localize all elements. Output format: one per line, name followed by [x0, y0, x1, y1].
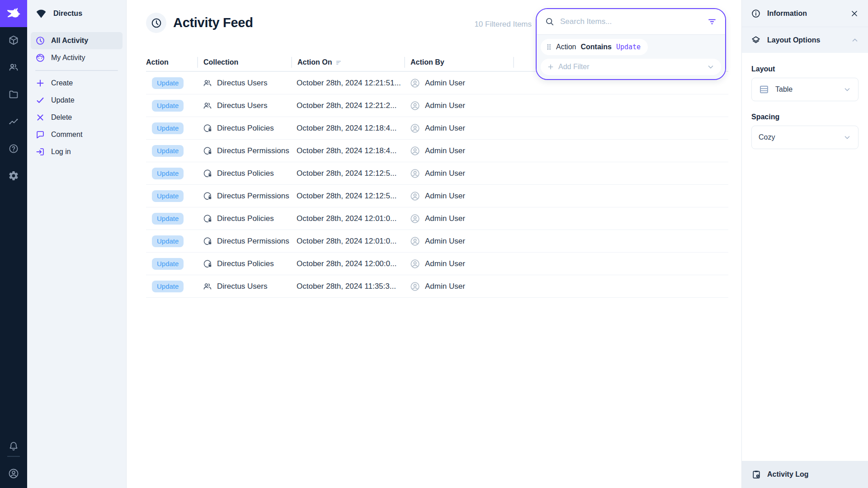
module-bar: [0, 0, 27, 488]
action-badge: Update: [152, 168, 184, 179]
collection-label: Directus Policies: [217, 259, 274, 268]
layout-select[interactable]: Table: [751, 78, 859, 101]
action-by-label: Admin User: [425, 169, 465, 178]
sidebar-item-delete[interactable]: Delete: [31, 109, 123, 126]
close-icon[interactable]: [850, 9, 859, 18]
sidebar-item-label: Delete: [51, 113, 72, 122]
close-icon: [35, 113, 45, 122]
users-icon: [203, 78, 212, 88]
info-icon: [751, 9, 761, 19]
user-avatar-icon: [410, 123, 420, 134]
column-header-action[interactable]: Action: [146, 57, 197, 68]
face-icon: [35, 53, 45, 63]
table-row[interactable]: Update Directus Policies October 28th, 2…: [146, 253, 728, 275]
page-icon-button[interactable]: [146, 13, 166, 33]
chevron-down-icon: [843, 133, 851, 141]
users-icon: [203, 101, 212, 111]
layout-label: Layout: [751, 65, 859, 73]
table-row[interactable]: Update Directus Permissions October 28th…: [146, 185, 728, 207]
check-icon: [35, 95, 45, 105]
user-avatar-icon[interactable]: [8, 468, 19, 479]
sidebar-item-login[interactable]: Log in: [31, 143, 123, 160]
chevron-down-icon[interactable]: [707, 63, 715, 71]
action-on-cell: October 28th, 2024 12:12:5...: [291, 169, 404, 178]
action-on-cell: October 28th, 2024 12:18:4...: [291, 146, 404, 155]
add-filter-label: Add Filter: [558, 63, 589, 71]
action-on-cell: October 28th, 2024 12:21:51...: [291, 79, 404, 88]
user-avatar-icon: [410, 236, 420, 247]
settings-module-icon[interactable]: [8, 170, 19, 181]
collection-label: Directus Users: [217, 282, 267, 291]
login-icon: [35, 147, 45, 157]
action-badge: Update: [152, 281, 184, 292]
action-on-cell: October 28th, 2024 12:01:0...: [291, 237, 404, 246]
spacing-select[interactable]: Cozy: [751, 126, 859, 149]
info-header: Information: [742, 0, 868, 27]
sidebar-item-comment[interactable]: Comment: [31, 126, 123, 143]
layout-options-content: Layout Table Spacing Cozy: [742, 53, 868, 161]
table-row[interactable]: Update Directus Users October 28th, 2024…: [146, 275, 728, 298]
directus-logo[interactable]: [0, 0, 27, 27]
action-by-label: Admin User: [425, 282, 465, 291]
activity-table: Action Collection Action On Action By Up…: [146, 54, 728, 298]
activity-log-button[interactable]: Activity Log: [742, 461, 868, 488]
action-on-cell: October 28th, 2024 12:21:2...: [291, 101, 404, 110]
files-module-icon[interactable]: [8, 89, 19, 100]
action-badge: Update: [152, 190, 184, 202]
filter-value[interactable]: Update: [616, 43, 641, 51]
action-by-label: Admin User: [425, 146, 465, 155]
action-badge: Update: [152, 122, 184, 134]
add-filter-button[interactable]: Add Filter: [541, 59, 721, 75]
table-row[interactable]: Update Directus Policies October 28th, 2…: [146, 117, 728, 140]
insights-module-icon[interactable]: [8, 116, 19, 127]
action-badge: Update: [152, 258, 184, 270]
chevron-up-icon[interactable]: [851, 36, 859, 44]
chevron-down-icon: [843, 85, 851, 94]
action-by-label: Admin User: [425, 214, 465, 223]
project-header[interactable]: Directus: [27, 0, 126, 27]
spacing-value: Cozy: [759, 133, 775, 141]
table-row[interactable]: Update Directus Policies October 28th, 2…: [146, 207, 728, 230]
collection-label: Directus Permissions: [217, 146, 289, 155]
sidebar-item-my-activity[interactable]: My Activity: [31, 49, 123, 66]
action-by-label: Admin User: [425, 259, 465, 268]
table-row[interactable]: Update Directus Permissions October 28th…: [146, 230, 728, 253]
layout-value: Table: [775, 85, 793, 94]
collection-label: Directus Permissions: [217, 192, 289, 201]
collection-label: Directus Permissions: [217, 237, 289, 246]
sidebar-nav: All Activity My Activity Create Update: [27, 27, 126, 160]
column-header-action-by[interactable]: Action By: [404, 57, 513, 68]
policy-icon: [203, 259, 212, 269]
sort-descending-icon[interactable]: [335, 59, 342, 66]
user-avatar-icon: [410, 213, 420, 224]
sidebar-item-create[interactable]: Create: [31, 75, 123, 92]
filter-icon[interactable]: [707, 17, 717, 27]
collection-label: Directus Policies: [217, 169, 274, 178]
filter-operator[interactable]: Contains: [580, 43, 611, 51]
table-row[interactable]: Update Directus Permissions October 28th…: [146, 140, 728, 162]
drag-handle-icon[interactable]: [546, 43, 552, 51]
policy-icon: [203, 169, 212, 178]
sidebar-item-update[interactable]: Update: [31, 92, 123, 109]
main-content: Activity Feed 10 Filtered Items Action C…: [127, 0, 741, 488]
notifications-bell-icon[interactable]: [8, 441, 19, 452]
help-module-icon[interactable]: [8, 143, 19, 154]
sidebar-item-all-activity[interactable]: All Activity: [31, 32, 123, 49]
search-input[interactable]: [560, 17, 702, 26]
column-header-collection[interactable]: Collection: [197, 57, 291, 68]
table-row[interactable]: Update Directus Users October 28th, 2024…: [146, 94, 728, 117]
user-avatar-icon: [410, 191, 420, 202]
sidebar-item-label: Create: [51, 79, 73, 87]
column-header-action-on[interactable]: Action On: [291, 57, 404, 68]
layout-options-section[interactable]: Layout Options: [742, 27, 868, 53]
project-logo-icon: [35, 7, 47, 20]
project-name: Directus: [53, 9, 82, 18]
table-row[interactable]: Update Directus Policies October 28th, 2…: [146, 162, 728, 185]
policy-icon: [203, 191, 212, 201]
sidebar-item-label: All Activity: [51, 37, 88, 45]
users-module-icon[interactable]: [8, 62, 19, 73]
content-module-icon[interactable]: [8, 35, 19, 46]
user-avatar-icon: [410, 168, 420, 179]
filter-chip[interactable]: Action Contains Update: [541, 39, 648, 55]
action-on-cell: October 28th, 2024 12:01:0...: [291, 214, 404, 223]
